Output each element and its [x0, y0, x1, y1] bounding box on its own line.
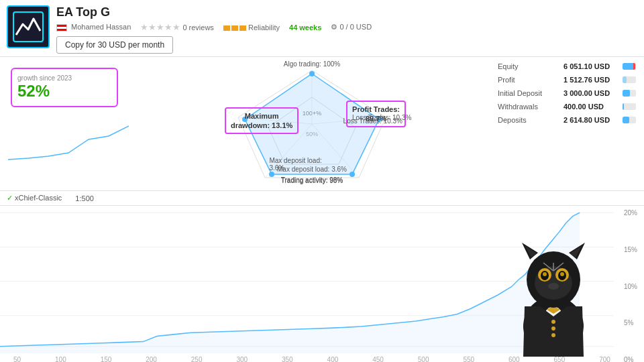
deposits-bar-fill: [623, 117, 629, 123]
leverage-info: 1:500: [75, 194, 94, 202]
flag-icon: [56, 24, 67, 32]
title-row: EA Top G: [56, 5, 637, 19]
meta-row: Mohamed Hassan ★★★★★ 0 reviews Reliabili…: [56, 22, 637, 32]
balance-info: ⚙ 0 / 0 USD: [331, 23, 372, 32]
deposits-bar-bg: [623, 117, 636, 123]
chart-x-axis: 50 100 150 200 250 300 350 400 450 500 5…: [13, 356, 610, 362]
x-label-450: 450: [372, 356, 384, 362]
growth-label: growth since 2023: [17, 74, 111, 82]
main-chart-area: 20% 15% 10% 5% 0% 50 100 150 200 250 300…: [0, 206, 644, 362]
x-label-200: 200: [146, 356, 157, 362]
x-label-500: 500: [418, 356, 429, 362]
initial-deposit-bar-bg: [623, 90, 636, 97]
svg-point-10: [309, 71, 315, 76]
mini-chart: [8, 113, 129, 166]
stats-panel: Equity 6 051.10 USD Profit 1 512.76 USD …: [490, 57, 644, 190]
svg-point-35: [560, 272, 564, 276]
svg-point-39: [548, 283, 559, 290]
loss-trades-label2: Loss Trades: 10.3%: [352, 114, 411, 121]
broker-status: ✓ xChief-Classic: [7, 194, 62, 202]
logo-icon: [12, 11, 44, 43]
x-label-250: 250: [191, 356, 203, 362]
trading-activity-label2: Trading activity: 98%: [281, 176, 343, 184]
x-label-100: 100: [55, 356, 66, 362]
growth-panel: growth since 2023 52%: [11, 68, 118, 107]
y-label-5: 5%: [624, 319, 637, 326]
x-label-700: 700: [599, 356, 610, 362]
max-deposit-load-label: Max deposit load:3.6%: [269, 157, 321, 172]
panther-svg: [496, 223, 610, 357]
deposits-row: Deposits 2 614.80 USD: [498, 116, 636, 124]
x-label-50: 50: [13, 356, 21, 362]
y-label-0: 0%: [624, 356, 637, 362]
reliability-info: Reliability: [223, 23, 280, 32]
x-label-550: 550: [463, 356, 474, 362]
header-section: EA Top G Mohamed Hassan ★★★★★ 0 reviews …: [0, 0, 644, 57]
bottom-bar: ✓ xChief-Classic 1:500: [0, 191, 644, 206]
weeks-info: 44 weeks: [289, 23, 321, 32]
profit-row: Profit 1 512.76 USD: [498, 76, 636, 84]
growth-value: 52%: [17, 82, 111, 101]
svg-point-13: [269, 172, 274, 177]
panther-figure: [496, 223, 610, 357]
x-label-650: 650: [554, 356, 566, 362]
svg-marker-41: [553, 306, 584, 357]
svg-marker-40: [523, 306, 553, 357]
svg-marker-20: [0, 213, 580, 353]
equity-row: Equity 6 051.10 USD: [498, 62, 636, 70]
withdrawals-row: Withdrawals 400.00 USD: [498, 103, 636, 111]
equity-bar-bg: [623, 63, 636, 70]
svg-point-34: [543, 272, 547, 276]
y-label-10: 10%: [624, 283, 637, 290]
initial-deposit-row: Initial Deposit 3 000.00 USD: [498, 89, 636, 97]
drawdown-box: Maximumdrawdown: 13.1%: [225, 107, 299, 135]
x-label-350: 350: [282, 356, 293, 362]
svg-point-12: [350, 172, 355, 177]
svg-rect-0: [12, 11, 44, 43]
middle-section: growth since 2023 52% Algo trading: 100%…: [0, 57, 644, 191]
equity-bar-fill: [623, 63, 635, 70]
ea-title: EA Top G: [56, 5, 110, 19]
copy-button[interactable]: Copy for 30 USD per month: [56, 36, 173, 54]
header-info: EA Top G Mohamed Hassan ★★★★★ 0 reviews …: [56, 5, 637, 54]
y-label-20: 20%: [624, 209, 637, 217]
author-info: Mohamed Hassan: [56, 23, 131, 32]
stars: ★★★★★ 0 reviews: [140, 22, 214, 32]
logo-box: [7, 5, 50, 48]
x-label-400: 400: [327, 356, 339, 362]
y-label-15: 15%: [624, 246, 637, 253]
withdrawals-bar-bg: [623, 103, 636, 110]
withdrawals-bar-fill: [623, 103, 624, 110]
profit-bar-bg: [623, 76, 636, 83]
chart-y-axis: 20% 15% 10% 5% 0%: [624, 206, 637, 362]
x-label-600: 600: [508, 356, 520, 362]
initial-deposit-bar-fill: [623, 90, 630, 97]
svg-point-44: [551, 333, 555, 337]
svg-point-43: [551, 326, 555, 330]
profit-bar-fill: [623, 76, 627, 83]
x-label-300: 300: [236, 356, 248, 362]
x-label-150: 150: [101, 356, 112, 362]
radar-section: Algo trading: 100% 100+% 50%: [134, 57, 490, 190]
svg-point-42: [551, 320, 555, 324]
